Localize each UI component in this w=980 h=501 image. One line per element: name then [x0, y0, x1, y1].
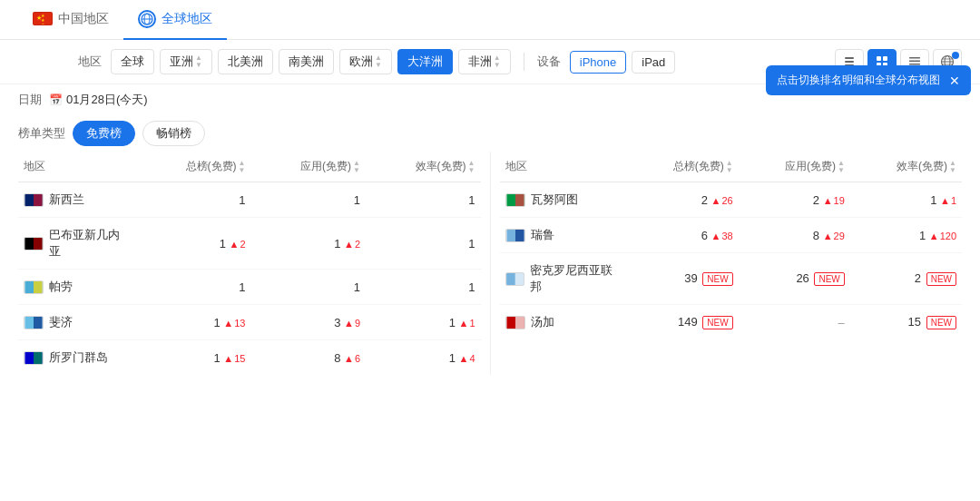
top-nav: ★ ★★★★ 中国地区 全球地区	[0, 0, 980, 40]
efficiency-free-cell: 1	[366, 182, 481, 218]
col-total-free-right: 总榜(免费) ▲▼	[627, 152, 739, 182]
table-row: 斐济1 ▲133 ▲91 ▲1	[18, 305, 481, 340]
region-cell: 瑞鲁	[500, 218, 627, 253]
filter-btn-europe[interactable]: 欧洲 ▲▼	[339, 49, 392, 74]
left-table: 地区 总榜(免费) ▲▼ 应用(免费) ▲▼	[18, 152, 481, 375]
svg-rect-10	[909, 57, 920, 59]
chart-type-label: 榜单类型	[18, 125, 65, 142]
calendar-icon: 📅	[49, 93, 63, 106]
sort-icon-africa: ▲▼	[494, 54, 501, 69]
globe-dot-indicator	[952, 52, 959, 59]
svg-rect-20	[34, 194, 43, 206]
table-row: 瑞鲁6 ▲388 ▲291 ▲120	[500, 218, 963, 253]
tooltip-box: 点击切换排名明细和全球分布视图 ✕	[766, 65, 971, 95]
filter-btn-ipad[interactable]: iPad	[632, 51, 675, 74]
total-free-cell: 1	[136, 182, 251, 218]
toolbar-divider	[524, 53, 524, 71]
region-name: 瓦努阿图	[531, 192, 578, 208]
efficiency-free-cell: 1	[366, 218, 481, 270]
efficiency-free-cell: 2 NEW	[850, 253, 962, 305]
region-name: 巴布亚新几内亚	[49, 227, 131, 260]
sort-arrows-app-right: ▲▼	[838, 160, 845, 174]
col-region-right: 地区	[500, 152, 627, 182]
col-eff-free-left: 效率(免费) ▲▼	[366, 152, 481, 182]
table-row: 所罗门群岛1 ▲158 ▲61 ▲4	[18, 340, 481, 376]
region-name: 所罗门群岛	[49, 349, 108, 366]
filter-btn-all[interactable]: 全球	[111, 49, 154, 74]
nav-tab-china[interactable]: ★ ★★★★ 中国地区	[18, 0, 123, 40]
col-app-free-left: 应用(免费) ▲▼	[251, 152, 367, 182]
region-cell: 新西兰	[18, 182, 136, 218]
chart-type-free-button[interactable]: 免费榜	[73, 121, 135, 146]
region-filter-label: 地区	[78, 54, 102, 70]
table-row: 帕劳1 1 1	[18, 270, 481, 305]
nav-tab-china-label: 中国地区	[58, 11, 109, 27]
total-free-cell: 39 NEW	[627, 253, 739, 305]
total-free-cell: 1 ▲13	[136, 305, 251, 340]
region-cell: 斐济	[18, 305, 136, 340]
chart-type-paid-button[interactable]: 畅销榜	[142, 121, 205, 146]
app-free-cell: 1	[251, 270, 367, 305]
efficiency-free-cell: 1 ▲120	[850, 218, 962, 253]
sort-arrows-app-left: ▲▼	[353, 160, 360, 174]
filter-btn-iphone[interactable]: iPhone	[570, 51, 626, 74]
region-cell: 瓦努阿图	[500, 182, 627, 218]
app-free-cell: –	[739, 305, 850, 340]
region-name: 新西兰	[49, 192, 84, 208]
right-table: 地区 总榜(免费) ▲▼ 应用(免费) ▲▼	[500, 152, 963, 375]
efficiency-free-cell: 15 NEW	[850, 305, 962, 340]
svg-rect-34	[514, 273, 524, 285]
svg-rect-26	[34, 317, 43, 329]
table-row: 巴布亚新几内亚1 ▲21 ▲21	[18, 218, 481, 270]
app-free-cell: 2 ▲19	[739, 182, 850, 218]
globe-icon	[138, 10, 156, 28]
region-cell: 帕劳	[18, 270, 136, 305]
svg-rect-6	[877, 56, 881, 61]
tooltip-text: 点击切换排名明细和全球分布视图	[777, 73, 940, 88]
table-row: 瓦努阿图2 ▲262 ▲191 ▲1	[500, 182, 963, 218]
sort-arrows-eff-left: ▲▼	[468, 160, 475, 174]
china-flag-icon: ★ ★★★★	[33, 12, 53, 25]
sort-arrows-total-left: ▲▼	[239, 160, 246, 174]
svg-rect-28	[34, 352, 43, 364]
app-free-cell: 26 NEW	[739, 253, 850, 305]
svg-rect-32	[515, 230, 524, 241]
efficiency-free-cell: 1 ▲1	[850, 182, 962, 218]
efficiency-free-cell: 1 ▲1	[366, 305, 481, 340]
sort-arrows-eff-right: ▲▼	[949, 160, 956, 174]
col-total-free-left: 总榜(免费) ▲▼	[136, 152, 251, 182]
filter-btn-africa[interactable]: 非洲 ▲▼	[458, 49, 511, 74]
app-free-cell: 8 ▲29	[739, 218, 850, 253]
region-cell: 所罗门群岛	[18, 340, 136, 376]
main-table-container: 地区 总榜(免费) ▲▼ 应用(免费) ▲▼	[0, 152, 980, 375]
nav-tab-global-label: 全球地区	[162, 11, 212, 27]
table-divider	[490, 152, 491, 375]
col-app-free-right: 应用(免费) ▲▼	[739, 152, 850, 182]
svg-rect-30	[515, 194, 524, 206]
device-filter-label: 设备	[537, 54, 561, 70]
total-free-cell: 1 ▲15	[136, 340, 251, 376]
efficiency-free-cell: 1 ▲4	[366, 340, 481, 376]
tooltip-close-button[interactable]: ✕	[949, 74, 960, 88]
col-eff-free-right: 效率(免费) ▲▼	[850, 152, 962, 182]
region-cell: 汤加	[500, 305, 627, 340]
date-value: 📅 01月28日(今天)	[49, 92, 148, 108]
efficiency-free-cell: 1	[366, 270, 481, 305]
date-label: 日期	[18, 92, 42, 108]
total-free-cell: 1	[136, 270, 251, 305]
total-free-cell: 149 NEW	[627, 305, 739, 340]
app-free-cell: 1 ▲2	[251, 218, 367, 270]
region-cell: 密克罗尼西亚联邦	[500, 253, 627, 305]
region-name: 斐济	[49, 314, 73, 330]
nav-tab-global[interactable]: 全球地区	[123, 0, 227, 40]
sort-icon-asia: ▲▼	[195, 54, 202, 69]
svg-rect-22	[34, 238, 43, 250]
filter-btn-oceania[interactable]: 大洋洲	[397, 49, 453, 74]
svg-rect-36	[515, 317, 524, 329]
filter-btn-asia[interactable]: 亚洲 ▲▼	[160, 49, 212, 74]
filter-btn-south-america[interactable]: 南美洲	[279, 49, 334, 74]
region-name: 汤加	[531, 314, 554, 330]
filter-btn-north-america[interactable]: 北美洲	[218, 49, 273, 74]
svg-rect-24	[34, 281, 43, 293]
total-free-cell: 1 ▲2	[136, 218, 251, 270]
